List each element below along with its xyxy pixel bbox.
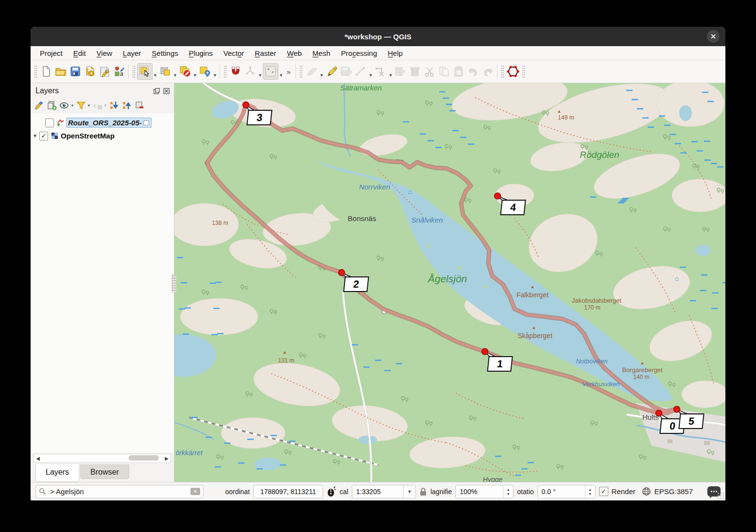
paste-features-button[interactable] [451, 64, 466, 79]
filter-legend-icon[interactable] [75, 100, 87, 111]
menu-edit[interactable]: Edit [68, 48, 91, 59]
coordinate-field[interactable]: 1788097, 8113211 [253, 485, 323, 498]
filter-expression-dropdown[interactable]: ▼ [103, 103, 107, 108]
remove-layer-icon[interactable] [134, 100, 145, 111]
snapping-options-dropdown[interactable]: ▼ [258, 62, 263, 81]
save-layer-edits-button[interactable] [339, 64, 353, 79]
add-line-feature-button[interactable] [353, 64, 368, 79]
crs-globe-icon[interactable] [642, 487, 651, 496]
select-features-dropdown[interactable]: ▼ [153, 62, 158, 81]
layer-row-openstreetmap[interactable]: ▼ ✓ OpenStreetMap [31, 129, 174, 142]
toggle-editing-button[interactable] [324, 64, 339, 79]
tab-browser[interactable]: Browser [80, 464, 129, 479]
current-edits-button[interactable] [304, 64, 319, 79]
locator-search-box[interactable]: ✕ [35, 485, 204, 498]
undo-button[interactable] [466, 64, 481, 79]
render-checkbox[interactable]: ✓ [599, 487, 608, 496]
magnifier-up-arrow[interactable]: ▲ [507, 487, 510, 492]
lock-scale-icon[interactable] [419, 487, 427, 496]
scale-dropdown-arrow[interactable]: ▼ [403, 485, 415, 498]
menu-view[interactable]: View [91, 48, 118, 59]
current-edits-dropdown[interactable]: ▼ [319, 62, 324, 81]
rotation-up-arrow[interactable]: ▲ [588, 487, 592, 492]
style-manager-button[interactable]: a [112, 64, 126, 79]
copy-features-button[interactable] [437, 64, 451, 79]
select-by-value-dropdown[interactable]: ▼ [172, 62, 178, 81]
expand-all-icon[interactable] [108, 100, 120, 111]
enable-snapping-button[interactable] [228, 64, 243, 79]
crs-status[interactable]: EPSG:3857 [654, 487, 693, 496]
layer-expander[interactable]: ▼ [31, 133, 39, 138]
close-window-button[interactable]: ✕ [707, 30, 720, 43]
rotation-spinbox[interactable]: 0.0 ° ▲▼ [537, 485, 596, 498]
layer-checkbox-route[interactable] [45, 119, 54, 127]
mouse-extents-toggle-icon[interactable] [326, 486, 336, 497]
save-project-button[interactable] [68, 64, 83, 79]
select-features-button[interactable] [137, 63, 153, 80]
menu-plugins[interactable]: Plugins [184, 48, 218, 59]
map-themes-dropdown[interactable]: ▼ [70, 103, 74, 108]
close-panel-button[interactable] [162, 87, 170, 95]
layers-horizontal-scrollbar[interactable]: ◀ ▶ [34, 454, 171, 463]
filter-legend-dropdown[interactable]: ▼ [87, 103, 91, 108]
menu-layer[interactable]: Layer [118, 48, 147, 59]
layer-name-route[interactable]: Route_ORS_2025-05- [66, 118, 152, 128]
delete-selected-button[interactable] [408, 64, 422, 79]
scrollbar-thumb[interactable] [129, 455, 159, 461]
open-project-button[interactable] [53, 64, 68, 79]
new-print-layout-button[interactable] [83, 64, 97, 79]
vertex-tool-button[interactable] [373, 64, 388, 79]
modify-attributes-button[interactable] [393, 64, 408, 79]
menu-vector[interactable]: Vector [218, 48, 250, 59]
scroll-right-arrow[interactable]: ▶ [163, 456, 171, 461]
scroll-left-arrow[interactable]: ◀ [34, 456, 42, 461]
toolbar-drag-handle[interactable] [223, 65, 227, 78]
deselect-features-dropdown[interactable]: ▼ [192, 62, 198, 81]
vertex-tool-dropdown[interactable]: ▼ [388, 62, 393, 81]
menu-processing[interactable]: Processing [336, 48, 382, 59]
toolbar-drag-handle[interactable] [299, 65, 303, 78]
collapse-all-icon[interactable] [121, 100, 133, 111]
advanced-digitizing-dropdown[interactable]: ▼ [278, 62, 284, 81]
redo-button[interactable] [481, 64, 495, 79]
select-by-location-button[interactable] [198, 64, 212, 79]
search-input[interactable] [49, 487, 188, 496]
title-bar[interactable]: *workshop — QGIS ✕ [31, 27, 725, 46]
toolbar-overflow-button[interactable]: » [284, 68, 293, 76]
add-feature-dropdown[interactable]: ▼ [368, 62, 373, 81]
toolbar-drag-handle[interactable] [132, 65, 136, 78]
scale-combo[interactable]: 1:33205 ▼ [352, 485, 416, 498]
map-canvas[interactable]: Sätramarken▲149 mRödgölenNorrvikenBonsnä… [174, 83, 725, 482]
clear-search-icon[interactable]: ✕ [190, 488, 200, 495]
digitize-with-shape-button[interactable] [506, 64, 520, 79]
menu-web[interactable]: Web [282, 48, 308, 59]
rotation-down-arrow[interactable]: ▼ [588, 492, 592, 496]
select-by-location-dropdown[interactable]: ▼ [212, 62, 218, 81]
filter-by-expression-icon[interactable]: ε [92, 100, 103, 111]
window-resize-grip[interactable] [717, 492, 724, 499]
layer-name-openstreetmap[interactable]: OpenStreetMap [61, 132, 115, 140]
select-features-by-value-button[interactable] [158, 64, 172, 79]
advanced-digitizing-panel-button[interactable] [263, 63, 278, 80]
add-group-icon[interactable] [46, 100, 58, 111]
snapping-options-button[interactable] [243, 64, 258, 79]
magnifier-down-arrow[interactable]: ▼ [507, 492, 510, 496]
new-project-button[interactable] [39, 64, 53, 79]
menu-mesh[interactable]: Mesh [307, 48, 336, 59]
cut-features-button[interactable] [422, 64, 437, 79]
show-layout-manager-button[interactable] [97, 64, 112, 79]
deselect-features-button[interactable] [178, 64, 192, 79]
float-panel-button[interactable] [153, 87, 160, 95]
magnifier-spinbox[interactable]: 100% ▲▼ [455, 485, 514, 498]
layer-checkbox-openstreetmap[interactable]: ✓ [39, 132, 48, 140]
manage-map-themes-icon[interactable] [59, 100, 70, 111]
toolbar-drag-handle[interactable] [522, 65, 525, 78]
menu-project[interactable]: Project [34, 48, 68, 59]
layer-row-route[interactable]: Route_ORS_2025-05- [31, 116, 174, 129]
menu-help[interactable]: Help [382, 48, 408, 59]
menu-settings[interactable]: Settings [146, 48, 183, 59]
open-layer-styling-icon[interactable] [34, 100, 45, 111]
menu-raster[interactable]: Raster [249, 48, 281, 59]
toolbar-drag-handle[interactable] [501, 65, 504, 78]
tab-layers[interactable]: Layers [35, 464, 79, 482]
